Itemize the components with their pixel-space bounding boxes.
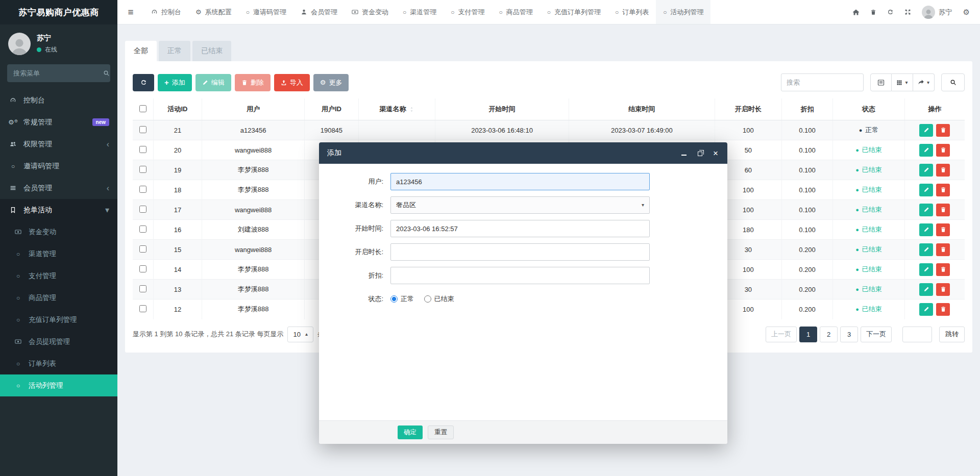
row-checkbox[interactable]: [139, 146, 146, 153]
row-delete-button[interactable]: [936, 303, 950, 316]
row-edit-button[interactable]: [919, 303, 933, 316]
sidebar-item-goods[interactable]: ○商品管理: [0, 287, 117, 309]
detail-view-button[interactable]: [870, 73, 892, 91]
row-edit-button[interactable]: [919, 164, 933, 177]
topnav-item-invite-code[interactable]: ○邀请码管理: [239, 0, 293, 24]
col-header-8[interactable]: 状态: [833, 98, 905, 120]
col-header-1[interactable]: 用户: [202, 98, 305, 120]
topnav-item-dashboard[interactable]: 控制台: [144, 0, 188, 24]
reset-button[interactable]: 重置: [428, 425, 454, 439]
row-delete-button[interactable]: [936, 124, 950, 137]
row-delete-button[interactable]: [936, 283, 950, 296]
channel-select[interactable]: 奢品区 ▾: [390, 196, 650, 214]
minimize-icon[interactable]: [680, 149, 688, 157]
col-header-5[interactable]: 结束时间: [569, 98, 715, 120]
row-delete-button[interactable]: [936, 164, 950, 177]
close-icon[interactable]: ×: [712, 149, 719, 157]
sidebar-item-payments[interactable]: ○支付管理: [0, 265, 117, 287]
row-edit-button[interactable]: [919, 223, 933, 236]
topnav-item-activities[interactable]: ○活动列管理: [656, 0, 710, 24]
navbar-user[interactable]: 苏宁: [922, 6, 952, 19]
topnav-item-recharge-orders[interactable]: ○充值订单列管理: [540, 0, 608, 24]
columns-button[interactable]: ▾: [892, 73, 913, 91]
restore-icon[interactable]: [696, 149, 703, 157]
row-edit-button[interactable]: [919, 144, 933, 157]
topnav-item-members[interactable]: 会员管理: [293, 0, 345, 24]
row-delete-button[interactable]: [936, 223, 950, 236]
hamburger-icon[interactable]: ≡: [117, 0, 144, 24]
col-header-9[interactable]: 操作: [904, 98, 965, 120]
row-edit-button[interactable]: [919, 263, 933, 276]
topnav-item-system-config[interactable]: ⚙系统配置: [188, 0, 239, 24]
row-checkbox[interactable]: [139, 206, 146, 213]
refresh-button[interactable]: [133, 74, 154, 91]
delete-button[interactable]: 删除: [235, 74, 271, 91]
search-icon[interactable]: [103, 70, 110, 77]
start-time-field[interactable]: [390, 220, 650, 237]
sidebar-item-activities[interactable]: ○活动列管理: [0, 374, 117, 396]
tab-2[interactable]: 已结束: [192, 41, 231, 61]
col-header-6[interactable]: 开启时长: [715, 98, 782, 120]
row-checkbox[interactable]: [139, 305, 146, 312]
topnav-item-payments[interactable]: ○支付管理: [444, 0, 492, 24]
confirm-button[interactable]: 确定: [398, 425, 423, 439]
sidebar-item-permissions[interactable]: 权限管理‹: [0, 133, 117, 155]
sidebar-item-channels[interactable]: ○渠道管理: [0, 243, 117, 265]
sidebar-item-withdrawals[interactable]: 会员提现管理: [0, 331, 117, 353]
col-header-3[interactable]: 渠道名称: [358, 98, 435, 120]
table-row-21[interactable]: 21a1234561908452023-03-06 16:48:102023-0…: [133, 120, 965, 140]
sort-icon[interactable]: [409, 107, 414, 112]
table-search-input[interactable]: [781, 73, 864, 91]
sidebar-item-recharge-orders[interactable]: ○充值订单列管理: [0, 309, 117, 331]
row-edit-button[interactable]: [919, 283, 933, 296]
status-radio-ended[interactable]: 已结束: [424, 294, 454, 304]
col-header-0[interactable]: 活动ID: [153, 98, 202, 120]
sidebar-item-grab-activities[interactable]: 抢单活动▾: [0, 199, 117, 221]
refresh-icon[interactable]: [887, 9, 894, 15]
row-delete-button[interactable]: [936, 243, 950, 256]
jump-page-input[interactable]: [902, 327, 932, 342]
row-edit-button[interactable]: [919, 184, 933, 196]
topnav-item-funds[interactable]: 资金变动: [345, 0, 396, 24]
sidebar-item-invite-code[interactable]: ○邀请码管理: [0, 155, 117, 177]
row-checkbox[interactable]: [139, 285, 146, 292]
row-delete-button[interactable]: [936, 204, 950, 216]
row-checkbox[interactable]: [139, 126, 146, 133]
page-button-1[interactable]: 1: [799, 327, 817, 342]
cogs-icon[interactable]: ⚙: [963, 8, 970, 16]
row-delete-button[interactable]: [936, 184, 950, 196]
page-size-selector[interactable]: 10▴: [287, 327, 313, 342]
sidebar-item-orders[interactable]: ○订单列表: [0, 353, 117, 374]
more-button[interactable]: ⚙更多: [313, 74, 349, 91]
row-checkbox[interactable]: [139, 166, 146, 173]
page-button-2[interactable]: 2: [820, 327, 838, 342]
trash-icon[interactable]: [870, 9, 876, 15]
sidebar-item-funds[interactable]: 资金变动: [0, 221, 117, 243]
home-icon[interactable]: [852, 9, 860, 16]
row-checkbox[interactable]: [139, 245, 146, 253]
row-checkbox[interactable]: [139, 226, 146, 233]
col-header-4[interactable]: 开始时间: [435, 98, 569, 120]
col-header-2[interactable]: 用户ID: [305, 98, 359, 120]
row-edit-button[interactable]: [919, 124, 933, 137]
row-edit-button[interactable]: [919, 243, 933, 256]
row-checkbox[interactable]: [139, 186, 146, 193]
discount-field[interactable]: [390, 267, 650, 284]
add-button[interactable]: +添加: [158, 74, 192, 91]
sidebar-item-dashboard[interactable]: 控制台: [0, 89, 117, 111]
row-delete-button[interactable]: [936, 263, 950, 276]
sidebar-item-members[interactable]: 会员管理‹: [0, 177, 117, 199]
sidebar-item-general[interactable]: ⚙⚙常规管理new: [0, 111, 117, 133]
tab-1[interactable]: 正常: [159, 41, 190, 61]
select-all-checkbox[interactable]: [139, 105, 146, 112]
prev-page-button[interactable]: 上一页: [766, 327, 797, 342]
user-field[interactable]: [390, 173, 650, 190]
topnav-item-goods[interactable]: ○商品管理: [492, 0, 540, 24]
row-delete-button[interactable]: [936, 144, 950, 157]
row-edit-button[interactable]: [919, 204, 933, 216]
search-button[interactable]: [941, 73, 965, 91]
col-header-7[interactable]: 折扣: [781, 98, 832, 120]
tab-0[interactable]: 全部: [125, 41, 157, 61]
edit-button[interactable]: 编辑: [195, 74, 231, 91]
export-button[interactable]: ▾: [913, 73, 935, 91]
